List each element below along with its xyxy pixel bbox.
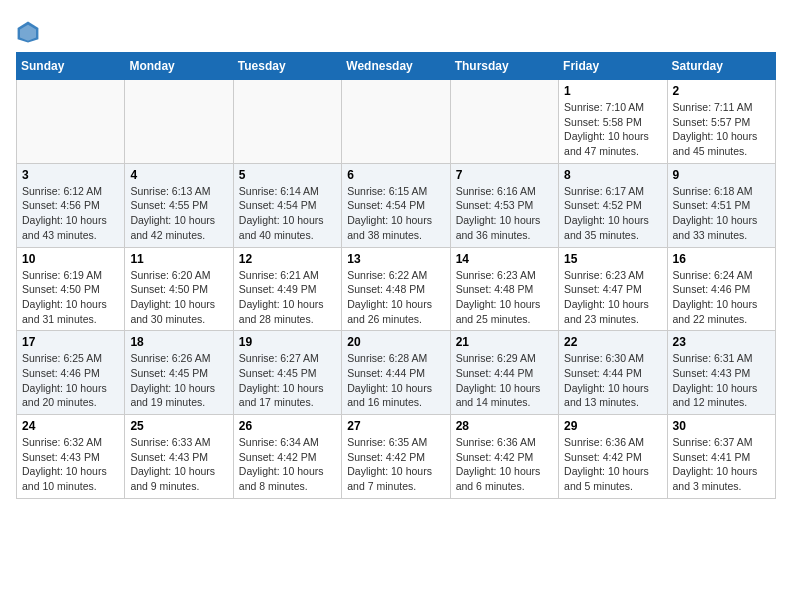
day-number: 22 (564, 335, 661, 349)
weekday-header-thursday: Thursday (450, 53, 558, 80)
week-row-5: 24Sunrise: 6:32 AM Sunset: 4:43 PM Dayli… (17, 415, 776, 499)
calendar-cell: 29Sunrise: 6:36 AM Sunset: 4:42 PM Dayli… (559, 415, 667, 499)
calendar-cell (125, 80, 233, 164)
day-info: Sunrise: 6:23 AM Sunset: 4:48 PM Dayligh… (456, 268, 553, 327)
calendar-cell: 26Sunrise: 6:34 AM Sunset: 4:42 PM Dayli… (233, 415, 341, 499)
calendar-cell: 8Sunrise: 6:17 AM Sunset: 4:52 PM Daylig… (559, 163, 667, 247)
calendar-cell: 4Sunrise: 6:13 AM Sunset: 4:55 PM Daylig… (125, 163, 233, 247)
day-number: 11 (130, 252, 227, 266)
calendar-cell (17, 80, 125, 164)
calendar-cell: 2Sunrise: 7:11 AM Sunset: 5:57 PM Daylig… (667, 80, 775, 164)
calendar-table: SundayMondayTuesdayWednesdayThursdayFrid… (16, 52, 776, 499)
day-info: Sunrise: 6:31 AM Sunset: 4:43 PM Dayligh… (673, 351, 770, 410)
calendar-cell: 21Sunrise: 6:29 AM Sunset: 4:44 PM Dayli… (450, 331, 558, 415)
weekday-header-row: SundayMondayTuesdayWednesdayThursdayFrid… (17, 53, 776, 80)
day-info: Sunrise: 6:16 AM Sunset: 4:53 PM Dayligh… (456, 184, 553, 243)
day-number: 19 (239, 335, 336, 349)
day-info: Sunrise: 6:14 AM Sunset: 4:54 PM Dayligh… (239, 184, 336, 243)
week-row-1: 1Sunrise: 7:10 AM Sunset: 5:58 PM Daylig… (17, 80, 776, 164)
day-number: 20 (347, 335, 444, 349)
calendar-cell: 28Sunrise: 6:36 AM Sunset: 4:42 PM Dayli… (450, 415, 558, 499)
week-row-2: 3Sunrise: 6:12 AM Sunset: 4:56 PM Daylig… (17, 163, 776, 247)
day-info: Sunrise: 6:30 AM Sunset: 4:44 PM Dayligh… (564, 351, 661, 410)
day-number: 15 (564, 252, 661, 266)
day-info: Sunrise: 6:18 AM Sunset: 4:51 PM Dayligh… (673, 184, 770, 243)
day-number: 29 (564, 419, 661, 433)
day-number: 16 (673, 252, 770, 266)
day-number: 17 (22, 335, 119, 349)
day-number: 5 (239, 168, 336, 182)
day-info: Sunrise: 6:35 AM Sunset: 4:42 PM Dayligh… (347, 435, 444, 494)
day-info: Sunrise: 6:24 AM Sunset: 4:46 PM Dayligh… (673, 268, 770, 327)
day-number: 13 (347, 252, 444, 266)
calendar-cell: 25Sunrise: 6:33 AM Sunset: 4:43 PM Dayli… (125, 415, 233, 499)
calendar-cell: 22Sunrise: 6:30 AM Sunset: 4:44 PM Dayli… (559, 331, 667, 415)
day-number: 9 (673, 168, 770, 182)
logo-icon (16, 20, 40, 44)
day-info: Sunrise: 6:36 AM Sunset: 4:42 PM Dayligh… (564, 435, 661, 494)
weekday-header-sunday: Sunday (17, 53, 125, 80)
logo (16, 20, 44, 44)
day-number: 14 (456, 252, 553, 266)
weekday-header-friday: Friday (559, 53, 667, 80)
weekday-header-monday: Monday (125, 53, 233, 80)
day-number: 25 (130, 419, 227, 433)
day-number: 30 (673, 419, 770, 433)
day-info: Sunrise: 6:12 AM Sunset: 4:56 PM Dayligh… (22, 184, 119, 243)
day-number: 12 (239, 252, 336, 266)
day-number: 18 (130, 335, 227, 349)
day-number: 3 (22, 168, 119, 182)
day-info: Sunrise: 6:19 AM Sunset: 4:50 PM Dayligh… (22, 268, 119, 327)
calendar-cell: 30Sunrise: 6:37 AM Sunset: 4:41 PM Dayli… (667, 415, 775, 499)
day-info: Sunrise: 6:21 AM Sunset: 4:49 PM Dayligh… (239, 268, 336, 327)
weekday-header-saturday: Saturday (667, 53, 775, 80)
day-number: 10 (22, 252, 119, 266)
calendar-cell: 14Sunrise: 6:23 AM Sunset: 4:48 PM Dayli… (450, 247, 558, 331)
calendar-cell (450, 80, 558, 164)
calendar-cell: 27Sunrise: 6:35 AM Sunset: 4:42 PM Dayli… (342, 415, 450, 499)
calendar-cell: 12Sunrise: 6:21 AM Sunset: 4:49 PM Dayli… (233, 247, 341, 331)
day-info: Sunrise: 7:10 AM Sunset: 5:58 PM Dayligh… (564, 100, 661, 159)
calendar-cell: 17Sunrise: 6:25 AM Sunset: 4:46 PM Dayli… (17, 331, 125, 415)
day-info: Sunrise: 6:25 AM Sunset: 4:46 PM Dayligh… (22, 351, 119, 410)
day-number: 28 (456, 419, 553, 433)
day-number: 7 (456, 168, 553, 182)
calendar-cell: 20Sunrise: 6:28 AM Sunset: 4:44 PM Dayli… (342, 331, 450, 415)
calendar-cell: 13Sunrise: 6:22 AM Sunset: 4:48 PM Dayli… (342, 247, 450, 331)
calendar-cell: 10Sunrise: 6:19 AM Sunset: 4:50 PM Dayli… (17, 247, 125, 331)
day-number: 24 (22, 419, 119, 433)
day-info: Sunrise: 6:20 AM Sunset: 4:50 PM Dayligh… (130, 268, 227, 327)
weekday-header-tuesday: Tuesday (233, 53, 341, 80)
day-number: 23 (673, 335, 770, 349)
day-number: 2 (673, 84, 770, 98)
day-info: Sunrise: 6:36 AM Sunset: 4:42 PM Dayligh… (456, 435, 553, 494)
day-number: 26 (239, 419, 336, 433)
day-number: 1 (564, 84, 661, 98)
calendar-cell: 3Sunrise: 6:12 AM Sunset: 4:56 PM Daylig… (17, 163, 125, 247)
day-info: Sunrise: 6:15 AM Sunset: 4:54 PM Dayligh… (347, 184, 444, 243)
day-info: Sunrise: 6:33 AM Sunset: 4:43 PM Dayligh… (130, 435, 227, 494)
calendar-cell: 9Sunrise: 6:18 AM Sunset: 4:51 PM Daylig… (667, 163, 775, 247)
weekday-header-wednesday: Wednesday (342, 53, 450, 80)
calendar-cell: 18Sunrise: 6:26 AM Sunset: 4:45 PM Dayli… (125, 331, 233, 415)
day-info: Sunrise: 6:34 AM Sunset: 4:42 PM Dayligh… (239, 435, 336, 494)
day-info: Sunrise: 6:23 AM Sunset: 4:47 PM Dayligh… (564, 268, 661, 327)
day-info: Sunrise: 6:27 AM Sunset: 4:45 PM Dayligh… (239, 351, 336, 410)
day-info: Sunrise: 6:29 AM Sunset: 4:44 PM Dayligh… (456, 351, 553, 410)
calendar-cell: 11Sunrise: 6:20 AM Sunset: 4:50 PM Dayli… (125, 247, 233, 331)
calendar-cell (233, 80, 341, 164)
day-info: Sunrise: 6:13 AM Sunset: 4:55 PM Dayligh… (130, 184, 227, 243)
day-info: Sunrise: 6:28 AM Sunset: 4:44 PM Dayligh… (347, 351, 444, 410)
day-info: Sunrise: 6:26 AM Sunset: 4:45 PM Dayligh… (130, 351, 227, 410)
day-number: 27 (347, 419, 444, 433)
calendar-cell: 19Sunrise: 6:27 AM Sunset: 4:45 PM Dayli… (233, 331, 341, 415)
day-info: Sunrise: 6:22 AM Sunset: 4:48 PM Dayligh… (347, 268, 444, 327)
calendar-cell: 15Sunrise: 6:23 AM Sunset: 4:47 PM Dayli… (559, 247, 667, 331)
calendar-cell: 7Sunrise: 6:16 AM Sunset: 4:53 PM Daylig… (450, 163, 558, 247)
calendar-cell: 24Sunrise: 6:32 AM Sunset: 4:43 PM Dayli… (17, 415, 125, 499)
day-info: Sunrise: 6:32 AM Sunset: 4:43 PM Dayligh… (22, 435, 119, 494)
calendar-cell: 23Sunrise: 6:31 AM Sunset: 4:43 PM Dayli… (667, 331, 775, 415)
day-number: 6 (347, 168, 444, 182)
calendar-cell: 1Sunrise: 7:10 AM Sunset: 5:58 PM Daylig… (559, 80, 667, 164)
day-number: 8 (564, 168, 661, 182)
